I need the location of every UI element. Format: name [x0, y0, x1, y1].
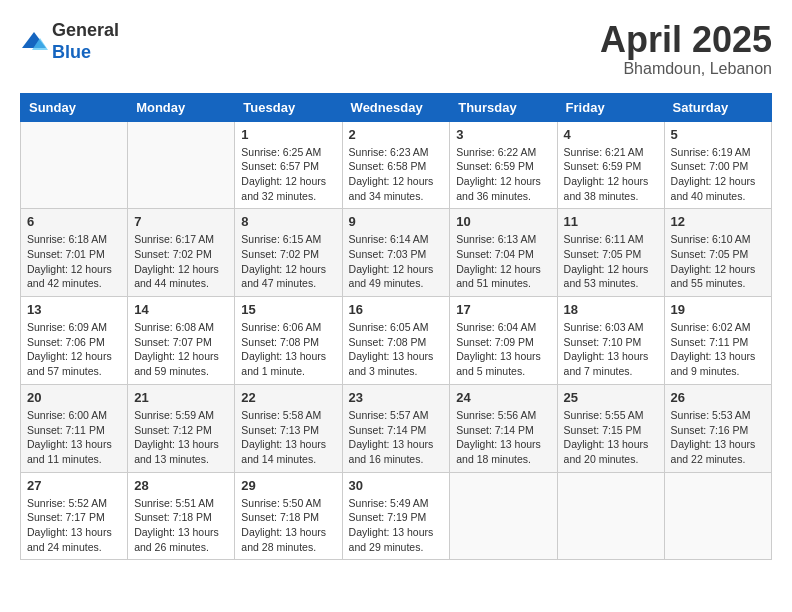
calendar-cell: 20Sunrise: 6:00 AM Sunset: 7:11 PM Dayli…	[21, 384, 128, 472]
weekday-header: Sunday	[21, 93, 128, 121]
calendar-cell: 11Sunrise: 6:11 AM Sunset: 7:05 PM Dayli…	[557, 209, 664, 297]
day-info: Sunrise: 5:51 AM Sunset: 7:18 PM Dayligh…	[134, 496, 228, 555]
location: Bhamdoun, Lebanon	[600, 60, 772, 78]
calendar-cell: 4Sunrise: 6:21 AM Sunset: 6:59 PM Daylig…	[557, 121, 664, 209]
day-number: 20	[27, 390, 121, 405]
day-number: 14	[134, 302, 228, 317]
day-number: 29	[241, 478, 335, 493]
day-info: Sunrise: 5:52 AM Sunset: 7:17 PM Dayligh…	[27, 496, 121, 555]
day-info: Sunrise: 5:50 AM Sunset: 7:18 PM Dayligh…	[241, 496, 335, 555]
calendar-cell: 9Sunrise: 6:14 AM Sunset: 7:03 PM Daylig…	[342, 209, 450, 297]
calendar-cell: 10Sunrise: 6:13 AM Sunset: 7:04 PM Dayli…	[450, 209, 557, 297]
weekday-header: Thursday	[450, 93, 557, 121]
day-number: 17	[456, 302, 550, 317]
calendar-cell	[557, 472, 664, 560]
calendar-cell: 21Sunrise: 5:59 AM Sunset: 7:12 PM Dayli…	[128, 384, 235, 472]
calendar-cell: 17Sunrise: 6:04 AM Sunset: 7:09 PM Dayli…	[450, 297, 557, 385]
day-number: 8	[241, 214, 335, 229]
day-number: 11	[564, 214, 658, 229]
calendar-cell: 5Sunrise: 6:19 AM Sunset: 7:00 PM Daylig…	[664, 121, 771, 209]
day-info: Sunrise: 6:02 AM Sunset: 7:11 PM Dayligh…	[671, 320, 765, 379]
page-header: General Blue April 2025 Bhamdoun, Lebano…	[20, 20, 772, 78]
day-number: 23	[349, 390, 444, 405]
calendar-cell: 29Sunrise: 5:50 AM Sunset: 7:18 PM Dayli…	[235, 472, 342, 560]
day-number: 3	[456, 127, 550, 142]
day-number: 22	[241, 390, 335, 405]
day-info: Sunrise: 6:11 AM Sunset: 7:05 PM Dayligh…	[564, 232, 658, 291]
calendar-week-row: 27Sunrise: 5:52 AM Sunset: 7:17 PM Dayli…	[21, 472, 772, 560]
day-number: 7	[134, 214, 228, 229]
calendar-cell: 27Sunrise: 5:52 AM Sunset: 7:17 PM Dayli…	[21, 472, 128, 560]
day-info: Sunrise: 5:53 AM Sunset: 7:16 PM Dayligh…	[671, 408, 765, 467]
weekday-header: Tuesday	[235, 93, 342, 121]
logo-icon	[20, 28, 48, 56]
day-number: 5	[671, 127, 765, 142]
day-info: Sunrise: 6:08 AM Sunset: 7:07 PM Dayligh…	[134, 320, 228, 379]
day-info: Sunrise: 5:58 AM Sunset: 7:13 PM Dayligh…	[241, 408, 335, 467]
day-number: 26	[671, 390, 765, 405]
day-number: 27	[27, 478, 121, 493]
logo-blue-text: Blue	[52, 42, 119, 64]
calendar-cell: 13Sunrise: 6:09 AM Sunset: 7:06 PM Dayli…	[21, 297, 128, 385]
weekday-header: Friday	[557, 93, 664, 121]
day-info: Sunrise: 6:09 AM Sunset: 7:06 PM Dayligh…	[27, 320, 121, 379]
calendar-cell: 14Sunrise: 6:08 AM Sunset: 7:07 PM Dayli…	[128, 297, 235, 385]
day-info: Sunrise: 6:18 AM Sunset: 7:01 PM Dayligh…	[27, 232, 121, 291]
day-info: Sunrise: 5:49 AM Sunset: 7:19 PM Dayligh…	[349, 496, 444, 555]
calendar-cell: 28Sunrise: 5:51 AM Sunset: 7:18 PM Dayli…	[128, 472, 235, 560]
day-info: Sunrise: 6:21 AM Sunset: 6:59 PM Dayligh…	[564, 145, 658, 204]
day-number: 28	[134, 478, 228, 493]
calendar-cell: 15Sunrise: 6:06 AM Sunset: 7:08 PM Dayli…	[235, 297, 342, 385]
day-info: Sunrise: 6:00 AM Sunset: 7:11 PM Dayligh…	[27, 408, 121, 467]
calendar-week-row: 13Sunrise: 6:09 AM Sunset: 7:06 PM Dayli…	[21, 297, 772, 385]
day-number: 4	[564, 127, 658, 142]
calendar-cell: 8Sunrise: 6:15 AM Sunset: 7:02 PM Daylig…	[235, 209, 342, 297]
logo: General Blue	[20, 20, 119, 63]
calendar-header-row: SundayMondayTuesdayWednesdayThursdayFrid…	[21, 93, 772, 121]
day-info: Sunrise: 6:14 AM Sunset: 7:03 PM Dayligh…	[349, 232, 444, 291]
day-number: 16	[349, 302, 444, 317]
calendar-cell: 16Sunrise: 6:05 AM Sunset: 7:08 PM Dayli…	[342, 297, 450, 385]
day-number: 2	[349, 127, 444, 142]
day-info: Sunrise: 6:22 AM Sunset: 6:59 PM Dayligh…	[456, 145, 550, 204]
day-info: Sunrise: 6:19 AM Sunset: 7:00 PM Dayligh…	[671, 145, 765, 204]
day-number: 9	[349, 214, 444, 229]
calendar-cell: 1Sunrise: 6:25 AM Sunset: 6:57 PM Daylig…	[235, 121, 342, 209]
day-info: Sunrise: 6:23 AM Sunset: 6:58 PM Dayligh…	[349, 145, 444, 204]
calendar-cell: 24Sunrise: 5:56 AM Sunset: 7:14 PM Dayli…	[450, 384, 557, 472]
day-info: Sunrise: 6:05 AM Sunset: 7:08 PM Dayligh…	[349, 320, 444, 379]
calendar-cell: 6Sunrise: 6:18 AM Sunset: 7:01 PM Daylig…	[21, 209, 128, 297]
calendar-cell: 7Sunrise: 6:17 AM Sunset: 7:02 PM Daylig…	[128, 209, 235, 297]
day-number: 15	[241, 302, 335, 317]
calendar-cell	[664, 472, 771, 560]
day-info: Sunrise: 6:04 AM Sunset: 7:09 PM Dayligh…	[456, 320, 550, 379]
month-title: April 2025	[600, 20, 772, 60]
calendar-cell: 25Sunrise: 5:55 AM Sunset: 7:15 PM Dayli…	[557, 384, 664, 472]
day-info: Sunrise: 6:13 AM Sunset: 7:04 PM Dayligh…	[456, 232, 550, 291]
day-number: 21	[134, 390, 228, 405]
day-number: 12	[671, 214, 765, 229]
calendar-week-row: 6Sunrise: 6:18 AM Sunset: 7:01 PM Daylig…	[21, 209, 772, 297]
calendar-cell: 12Sunrise: 6:10 AM Sunset: 7:05 PM Dayli…	[664, 209, 771, 297]
calendar-cell: 3Sunrise: 6:22 AM Sunset: 6:59 PM Daylig…	[450, 121, 557, 209]
day-number: 6	[27, 214, 121, 229]
calendar-week-row: 1Sunrise: 6:25 AM Sunset: 6:57 PM Daylig…	[21, 121, 772, 209]
day-info: Sunrise: 6:25 AM Sunset: 6:57 PM Dayligh…	[241, 145, 335, 204]
day-info: Sunrise: 6:17 AM Sunset: 7:02 PM Dayligh…	[134, 232, 228, 291]
day-info: Sunrise: 6:06 AM Sunset: 7:08 PM Dayligh…	[241, 320, 335, 379]
day-number: 13	[27, 302, 121, 317]
day-number: 1	[241, 127, 335, 142]
weekday-header: Monday	[128, 93, 235, 121]
calendar-week-row: 20Sunrise: 6:00 AM Sunset: 7:11 PM Dayli…	[21, 384, 772, 472]
calendar-cell: 19Sunrise: 6:02 AM Sunset: 7:11 PM Dayli…	[664, 297, 771, 385]
calendar-cell: 22Sunrise: 5:58 AM Sunset: 7:13 PM Dayli…	[235, 384, 342, 472]
day-info: Sunrise: 6:15 AM Sunset: 7:02 PM Dayligh…	[241, 232, 335, 291]
calendar-cell: 2Sunrise: 6:23 AM Sunset: 6:58 PM Daylig…	[342, 121, 450, 209]
calendar-cell	[21, 121, 128, 209]
day-number: 25	[564, 390, 658, 405]
weekday-header: Saturday	[664, 93, 771, 121]
calendar-cell	[128, 121, 235, 209]
day-info: Sunrise: 5:59 AM Sunset: 7:12 PM Dayligh…	[134, 408, 228, 467]
calendar-table: SundayMondayTuesdayWednesdayThursdayFrid…	[20, 93, 772, 561]
calendar-cell: 30Sunrise: 5:49 AM Sunset: 7:19 PM Dayli…	[342, 472, 450, 560]
